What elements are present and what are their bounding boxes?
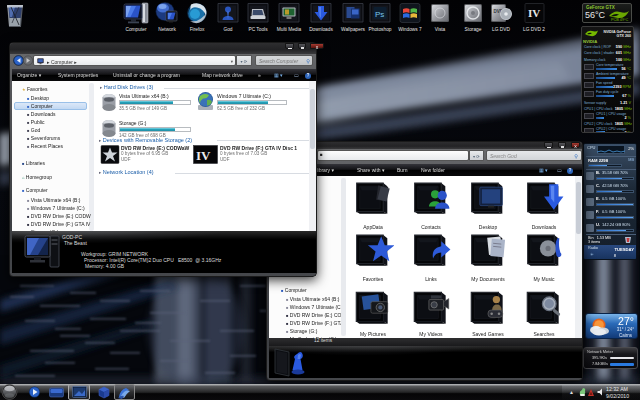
svg-text:IV: IV	[528, 7, 540, 19]
svg-text:IV: IV	[196, 148, 211, 163]
svg-text:Ps: Ps	[375, 10, 384, 19]
